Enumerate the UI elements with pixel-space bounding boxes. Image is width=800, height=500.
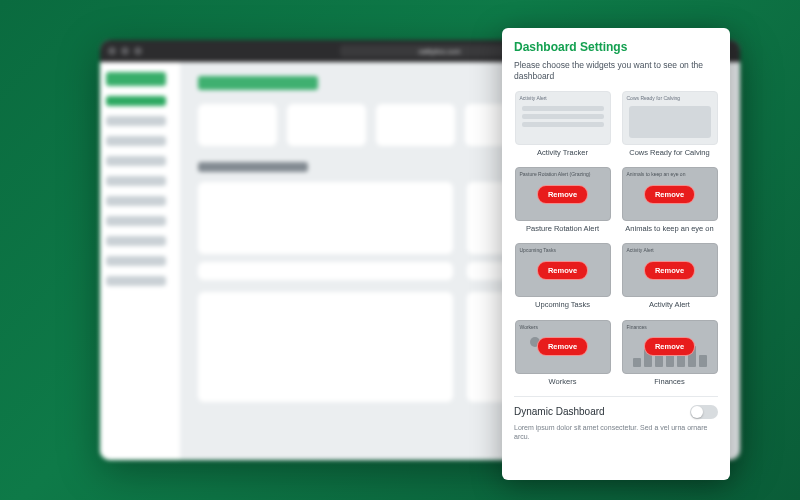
widget-thumb: Activity Alert Remove — [622, 243, 718, 297]
remove-button[interactable]: Remove — [644, 337, 695, 356]
widget-thumb: Upcoming Tasks Remove — [515, 243, 611, 297]
widget-thumb: Workers Remove — [515, 320, 611, 374]
sidebar — [100, 62, 180, 460]
panel-title: Dashboard Settings — [514, 40, 718, 54]
widget-label: Pasture Rotation Alert — [526, 225, 599, 233]
toggle-title: Dynamic Dashboard — [514, 406, 605, 417]
widget-thumb: Finances Remove — [622, 320, 718, 374]
widget-upcoming-tasks[interactable]: Upcoming Tasks Remove Upcoming Tasks — [514, 243, 611, 309]
widget-label: Activity Alert — [649, 301, 690, 309]
remove-button[interactable]: Remove — [644, 185, 695, 204]
widget-finances[interactable]: Finances Remove Finances — [621, 320, 718, 386]
widget-thumb: Animals to keep an eye on Remove — [622, 167, 718, 221]
widget-label: Cows Ready for Calving — [629, 149, 709, 157]
dashboard-settings-panel: Dashboard Settings Please choose the wid… — [502, 28, 730, 480]
widget-thumb: Activity Alert — [515, 91, 611, 145]
remove-button[interactable]: Remove — [644, 261, 695, 280]
widget-pasture-rotation[interactable]: Pasture Rotation Alert (Grazing) Remove … — [514, 167, 611, 233]
remove-button[interactable]: Remove — [537, 185, 588, 204]
dynamic-dashboard-section: Dynamic Dashboard Lorem ipsum dolor sit … — [514, 396, 718, 441]
widget-cows-calving[interactable]: Cows Ready for Calving Cows Ready for Ca… — [621, 91, 718, 157]
dynamic-dashboard-toggle[interactable] — [690, 405, 718, 419]
widget-activity-tracker[interactable]: Activity Alert Activity Tracker — [514, 91, 611, 157]
widget-animals-eye-on[interactable]: Animals to keep an eye on Remove Animals… — [621, 167, 718, 233]
widget-label: Workers — [549, 378, 577, 386]
widget-thumb: Cows Ready for Calving — [622, 91, 718, 145]
remove-button[interactable]: Remove — [537, 261, 588, 280]
widget-label: Finances — [654, 378, 684, 386]
widget-workers[interactable]: Workers Remove Workers — [514, 320, 611, 386]
widget-label: Animals to keep an eye on — [625, 225, 713, 233]
widget-thumb: Pasture Rotation Alert (Grazing) Remove — [515, 167, 611, 221]
widget-label: Activity Tracker — [537, 149, 588, 157]
widget-activity-alert[interactable]: Activity Alert Remove Activity Alert — [621, 243, 718, 309]
toggle-description: Lorem ipsum dolor sit amet consectetur. … — [514, 423, 718, 441]
widget-grid: Activity Alert Activity Tracker Cows Rea… — [514, 91, 718, 386]
widget-label: Upcoming Tasks — [535, 301, 590, 309]
panel-description: Please choose the widgets you want to se… — [514, 60, 718, 83]
remove-button[interactable]: Remove — [537, 337, 588, 356]
